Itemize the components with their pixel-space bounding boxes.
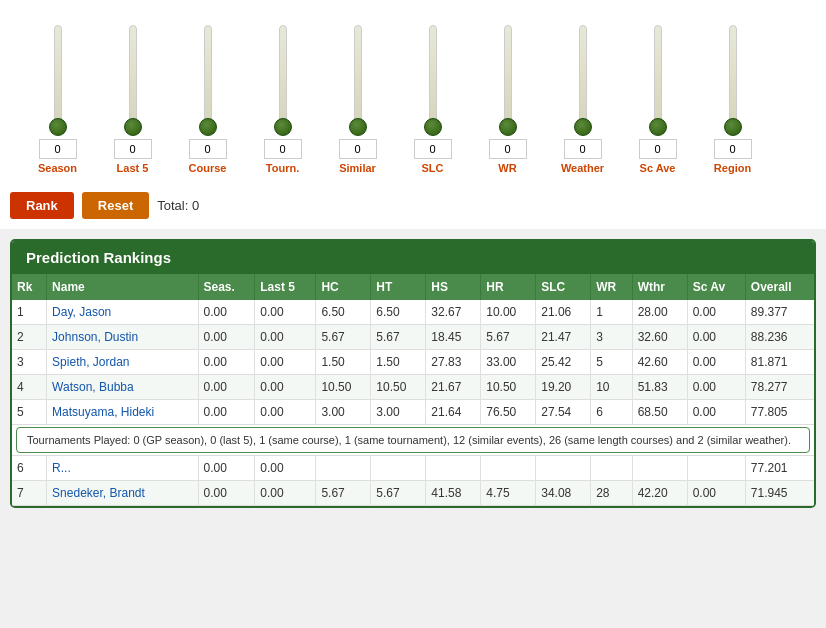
cell-name[interactable]: R...	[47, 456, 198, 481]
cell-name[interactable]: Day, Jason	[47, 300, 198, 325]
slider-weather: Weather	[545, 15, 620, 174]
cell-hc: 3.00	[316, 400, 371, 425]
slider-region-input[interactable]	[714, 139, 752, 159]
slider-last5-input[interactable]	[114, 139, 152, 159]
slider-wr-thumb[interactable]	[499, 118, 517, 136]
cell-seas: 0.00	[198, 325, 255, 350]
col-wthr: Wthr	[632, 274, 687, 300]
reset-button[interactable]: Reset	[82, 192, 149, 219]
slider-similar-input[interactable]	[339, 139, 377, 159]
slider-course-input[interactable]	[189, 139, 227, 159]
rankings-table: Rk Name Seas. Last 5 HC HT HS HR SLC WR …	[12, 274, 814, 506]
cell-hr: 4.75	[481, 481, 536, 506]
table-row: 4 Watson, Bubba 0.00 0.00 10.50 10.50 21…	[12, 375, 814, 400]
cell-overall: 88.236	[745, 325, 814, 350]
slider-region-rail	[729, 25, 737, 135]
cell-last5: 0.00	[255, 325, 316, 350]
slider-course-rail	[204, 25, 212, 135]
cell-slc: 25.42	[536, 350, 591, 375]
cell-hc	[316, 456, 371, 481]
col-overall: Overall	[745, 274, 814, 300]
cell-wr: 10	[591, 375, 633, 400]
cell-overall: 89.377	[745, 300, 814, 325]
cell-rk: 3	[12, 350, 47, 375]
slider-tourn: Tourn.	[245, 15, 320, 174]
slider-similar-thumb[interactable]	[349, 118, 367, 136]
cell-rk: 5	[12, 400, 47, 425]
cell-hr: 5.67	[481, 325, 536, 350]
col-slc: SLC	[536, 274, 591, 300]
buttons-row: Rank Reset Total: 0	[0, 184, 826, 229]
col-ht: HT	[371, 274, 426, 300]
cell-ht: 5.67	[371, 325, 426, 350]
cell-scav: 0.00	[687, 350, 745, 375]
cell-name[interactable]: Snedeker, Brandt	[47, 481, 198, 506]
slider-last5-label: Last 5	[117, 162, 149, 174]
cell-wr: 6	[591, 400, 633, 425]
cell-wthr: 51.83	[632, 375, 687, 400]
cell-scav: 0.00	[687, 481, 745, 506]
table-row: 7 Snedeker, Brandt 0.00 0.00 5.67 5.67 4…	[12, 481, 814, 506]
total-value: 0	[192, 198, 199, 213]
slider-last5-rail	[129, 25, 137, 135]
cell-ht	[371, 456, 426, 481]
col-scav: Sc Av	[687, 274, 745, 300]
slider-tourn-input[interactable]	[264, 139, 302, 159]
slider-wr-input[interactable]	[489, 139, 527, 159]
slider-weather-rail	[579, 25, 587, 135]
rank-button[interactable]: Rank	[10, 192, 74, 219]
slider-last5-track	[129, 15, 137, 135]
cell-name[interactable]: Johnson, Dustin	[47, 325, 198, 350]
cell-rk: 7	[12, 481, 47, 506]
sliders-section: Season Last 5 Course	[0, 0, 826, 184]
tooltip-row: Tournaments Played: 0 (GP season), 0 (la…	[12, 425, 814, 456]
cell-hs: 18.45	[426, 325, 481, 350]
slider-similar-track	[354, 15, 362, 135]
slider-region: Region	[695, 15, 770, 174]
cell-name[interactable]: Matsuyama, Hideki	[47, 400, 198, 425]
cell-hr: 10.50	[481, 375, 536, 400]
slider-season-track	[54, 15, 62, 135]
cell-hs: 21.67	[426, 375, 481, 400]
slider-tourn-thumb[interactable]	[274, 118, 292, 136]
cell-name[interactable]: Watson, Bubba	[47, 375, 198, 400]
slider-season-input[interactable]	[39, 139, 77, 159]
slider-region-label: Region	[714, 162, 751, 174]
slider-slc-input[interactable]	[414, 139, 452, 159]
slider-course: Course	[170, 15, 245, 174]
slider-slc-rail	[429, 25, 437, 135]
slider-wr-rail	[504, 25, 512, 135]
slider-course-thumb[interactable]	[199, 118, 217, 136]
cell-wr: 3	[591, 325, 633, 350]
table-row: 5 Matsuyama, Hideki 0.00 0.00 3.00 3.00 …	[12, 400, 814, 425]
cell-wr	[591, 456, 633, 481]
table-row: 1 Day, Jason 0.00 0.00 6.50 6.50 32.67 1…	[12, 300, 814, 325]
table-header-row: Rk Name Seas. Last 5 HC HT HS HR SLC WR …	[12, 274, 814, 300]
col-last5: Last 5	[255, 274, 316, 300]
col-hs: HS	[426, 274, 481, 300]
cell-rk: 6	[12, 456, 47, 481]
slider-weather-track	[579, 15, 587, 135]
slider-season-thumb[interactable]	[49, 118, 67, 136]
slider-last5-thumb[interactable]	[124, 118, 142, 136]
slider-weather-input[interactable]	[564, 139, 602, 159]
col-name: Name	[47, 274, 198, 300]
cell-hc: 5.67	[316, 481, 371, 506]
total-label-text: Total:	[157, 198, 188, 213]
slider-scave-thumb[interactable]	[649, 118, 667, 136]
cell-hs	[426, 456, 481, 481]
cell-wthr	[632, 456, 687, 481]
slider-slc-thumb[interactable]	[424, 118, 442, 136]
cell-name[interactable]: Spieth, Jordan	[47, 350, 198, 375]
cell-rk: 4	[12, 375, 47, 400]
slider-region-thumb[interactable]	[724, 118, 742, 136]
cell-seas: 0.00	[198, 300, 255, 325]
cell-seas: 0.00	[198, 375, 255, 400]
slider-scave-input[interactable]	[639, 139, 677, 159]
cell-hr: 76.50	[481, 400, 536, 425]
cell-seas: 0.00	[198, 350, 255, 375]
slider-weather-thumb[interactable]	[574, 118, 592, 136]
cell-hr	[481, 456, 536, 481]
cell-overall: 78.277	[745, 375, 814, 400]
cell-ht: 1.50	[371, 350, 426, 375]
